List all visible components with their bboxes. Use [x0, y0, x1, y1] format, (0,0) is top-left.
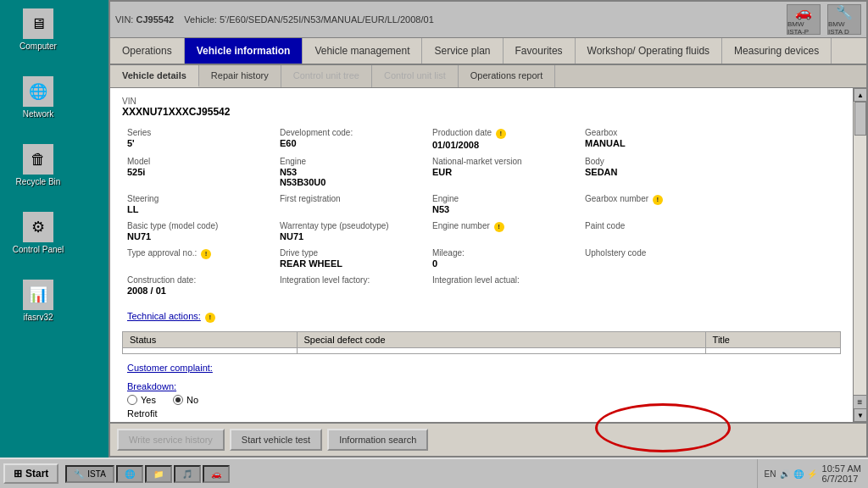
ifasrv32-label: ifasrv32	[23, 313, 53, 322]
bmw-ista-p-icon: 🚗	[795, 4, 812, 20]
bottom-toolbar: Write service history Start vehicle test…	[110, 422, 866, 456]
desktop-icon-recycle-bin[interactable]: 🗑 Recycle Bin	[8, 144, 68, 186]
desktop-icon-computer[interactable]: 🖥 Computer	[8, 8, 68, 51]
ifasrv32-icon: 📊	[23, 280, 53, 310]
tech-actions-link[interactable]: Technical actions:	[127, 311, 201, 321]
nav-vehicle-info[interactable]: Vehicle information	[185, 38, 303, 64]
taskbar-time: 10:57 AM	[822, 463, 861, 474]
nav-workshop[interactable]: Workshop/ Operating fluids	[576, 38, 723, 64]
customer-complaint-link[interactable]: Customer complaint:	[127, 363, 213, 373]
nav-favourites[interactable]: Favourites	[504, 38, 576, 64]
detail-model: Model 525i	[122, 153, 275, 191]
scroll-thumb[interactable]	[854, 102, 866, 136]
detail-type-approval: Type approval no.: !	[122, 245, 275, 272]
scrollbar[interactable]: ▲ ≡ ▼	[853, 88, 866, 422]
taskbar-item-browser[interactable]: 🌐	[116, 465, 143, 483]
detail-prod-date: Production date ! 01/01/2008	[427, 125, 580, 153]
details-grid: Series 5' Development code: E60 Producti…	[122, 125, 841, 299]
control-panel-label: Control Panel	[13, 245, 64, 254]
taskbar-item-ista[interactable]: 🔧 ISTA	[65, 465, 114, 483]
customer-complaint-section: Customer complaint:	[122, 363, 841, 373]
computer-icon: 🖥	[23, 8, 53, 39]
tab-repair-history[interactable]: Repair history	[199, 65, 281, 87]
detail-drive-type: Drive type REAR WHEEL	[275, 245, 427, 272]
breakdown-yes-label: Yes	[141, 395, 156, 405]
start-button[interactable]: ⊞ Start	[3, 463, 58, 484]
nav-bar: Operations Vehicle information Vehicle m…	[110, 38, 866, 65]
bmw-ista-d-button[interactable]: 🔧 BMW ISTA D	[827, 4, 861, 35]
status-table: Status Special defect code Title	[122, 331, 841, 354]
detail-basic-type: Basic type (model code) NU71	[122, 218, 275, 245]
nav-measuring[interactable]: Measuring devices	[722, 38, 832, 64]
status-col-defect: Special defect code	[297, 332, 705, 348]
content-area: VIN XXXNU71XXXCJ95542 Series 5' Developm…	[110, 88, 866, 422]
breakdown-link[interactable]: Breakdown:	[127, 381, 176, 391]
detail-engine2: Engine N53	[427, 191, 580, 218]
desktop-icon-ifasrv32[interactable]: 📊 ifasrv32	[8, 280, 68, 322]
tray-battery-icon: ⚡	[807, 469, 817, 479]
tab-vehicle-details[interactable]: Vehicle details	[110, 65, 199, 87]
detail-integration-actual: Integration level actual:	[427, 272, 580, 299]
detail-integration-factory: Integration level factory:	[275, 272, 427, 299]
recycle-bin-icon: 🗑	[23, 144, 53, 175]
taskbar-item-media[interactable]: 🎵	[174, 465, 201, 483]
main-content: VIN XXXNU71XXXCJ95542 Series 5' Developm…	[110, 88, 853, 422]
detail-construction-date: Construction date: 2008 / 01	[122, 272, 275, 299]
scroll-down-button[interactable]: ▼	[854, 408, 866, 422]
tray-network-icon: 🌐	[793, 469, 804, 479]
sub-nav: Vehicle details Repair history Control u…	[110, 65, 866, 88]
start-label: Start	[25, 468, 48, 480]
taskbar-item-ista2[interactable]: 🚗	[203, 465, 230, 483]
detail-engine: Engine N53N53B30U0	[275, 153, 427, 191]
tray-icons: EN 🔊 🌐 ⚡	[765, 469, 817, 479]
breakdown-no-radio[interactable]	[173, 395, 183, 405]
bmw-ista-p-button[interactable]: 🚗 BMW ISTA-P	[787, 4, 821, 35]
title-bar-vin: VIN: CJ95542 Vehicle: 5'/E60/SEDAN/525I/…	[115, 14, 434, 25]
folder-icon: 📁	[153, 469, 164, 479]
vin-section: VIN XXXNU71XXXCJ95542	[122, 97, 841, 118]
network-icon-label: Network	[23, 109, 54, 119]
breakdown-no-option[interactable]: No	[173, 395, 198, 405]
app-window: VIN: CJ95542 Vehicle: 5'/E60/SEDAN/525I/…	[108, 0, 868, 458]
bmw-ista-d-icon: 🔧	[836, 4, 853, 20]
warn-prod-date-icon: !	[496, 129, 506, 139]
breakdown-yes-radio[interactable]	[127, 395, 137, 405]
detail-warranty-type: Warrentay type (pseudotype) NU71	[275, 218, 427, 245]
taskbar: ⊞ Start 🔧 ISTA 🌐 📁 🎵 🚗 EN 🔊 🌐 ⚡ 10:57 AM	[0, 458, 868, 488]
recycle-bin-label: Recycle Bin	[16, 177, 61, 186]
media-icon: 🎵	[182, 469, 192, 479]
scroll-up-button[interactable]: ▲	[854, 88, 866, 102]
detail-steering: Steering LL	[122, 191, 275, 218]
nav-vehicle-mgmt[interactable]: Vehicle management	[303, 38, 422, 64]
taskbar-item-folder[interactable]: 📁	[145, 465, 172, 483]
bmw-ista-d-label: BMW ISTA D	[828, 20, 860, 36]
start-vehicle-test-button[interactable]: Start vehicle test	[230, 429, 322, 451]
browser-icon: 🌐	[125, 469, 135, 479]
taskbar-date: 6/7/2017	[822, 474, 861, 484]
title-bar: VIN: CJ95542 Vehicle: 5'/E60/SEDAN/525I/…	[110, 2, 866, 38]
write-service-history-button[interactable]: Write service history	[117, 429, 225, 451]
title-bar-apps: 🚗 BMW ISTA-P 🔧 BMW ISTA D	[787, 4, 861, 35]
start-icon: ⊞	[14, 468, 22, 480]
vin-value: CJ95542	[136, 14, 174, 25]
taskbar-ista-label: ISTA	[87, 469, 105, 479]
desktop-icon-control-panel[interactable]: ⚙ Control Panel	[8, 212, 68, 254]
scroll-track[interactable]	[854, 102, 866, 395]
table-row	[123, 348, 841, 354]
taskbar-tray: EN 🔊 🌐 ⚡ 10:57 AM 6/7/2017	[757, 459, 868, 488]
breakdown-section: Breakdown: Yes No Retrofit	[122, 381, 841, 419]
vin-detail-value: XXXNU71XXXCJ95542	[122, 106, 841, 118]
warn-engine-number-icon: !	[494, 222, 504, 232]
tab-operations-report[interactable]: Operations report	[459, 65, 556, 87]
nav-operations[interactable]: Operations	[110, 38, 185, 64]
breakdown-yes-option[interactable]: Yes	[127, 395, 156, 405]
taskbar-ista-icon: 🔧	[74, 469, 84, 479]
nav-service-plan[interactable]: Service plan	[422, 38, 503, 64]
desktop-icon-network[interactable]: 🌐 Network	[8, 76, 68, 119]
tray-volume-icon: 🔊	[780, 469, 790, 479]
detail-national-market: National-market version EUR	[427, 153, 580, 191]
information-search-button[interactable]: Information search	[327, 429, 428, 451]
warn-gearbox-icon: !	[653, 195, 663, 205]
detail-series: Series 5'	[122, 125, 275, 153]
tech-actions-section: Technical actions: !	[122, 308, 841, 326]
